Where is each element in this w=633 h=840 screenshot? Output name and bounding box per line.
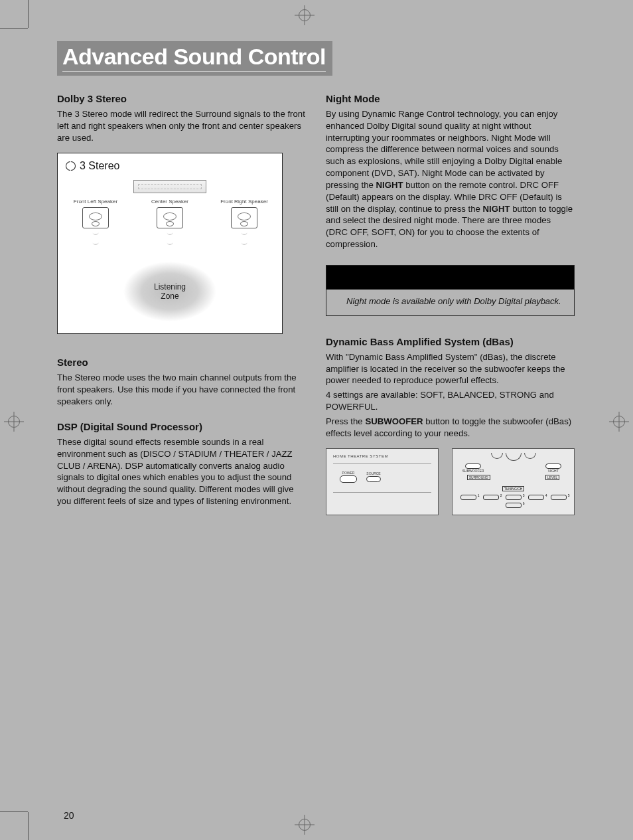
page-title-block: Advanced Sound Control (57, 41, 332, 76)
figure-title: 3 Stereo (80, 160, 119, 172)
note-box: Night mode is available only with Dolby … (326, 265, 575, 316)
subwoofer-label: SUBWOOFER (462, 469, 484, 473)
dolby3-figure: 3 Stereo Front Left Speaker ︶︶ Center Sp… (57, 153, 283, 334)
front-right-label: Front Right Speaker (214, 199, 274, 205)
remote-button-icon: 6 (506, 503, 522, 508)
night-body: By using Dynamic Range Control technolog… (326, 108, 575, 250)
source-button-icon: SOURCE (366, 471, 381, 482)
remote-button-icon: 2 (483, 495, 499, 500)
dolby3-body: The 3 Stereo mode will redirect the Surr… (57, 108, 306, 143)
speaker-icon (231, 207, 257, 228)
dsp-body: These digital sound effects resemble sou… (57, 436, 306, 507)
subwoofer-remote-icon (465, 463, 481, 469)
dial-icon (506, 453, 522, 461)
note-body: Night mode is available only with Dolby … (326, 290, 574, 315)
dial-icon (491, 453, 503, 459)
remote-button-icon: 5 (551, 495, 567, 500)
front-left-label: Front Left Speaker (66, 199, 125, 205)
stereo-body: The Stereo mode uses the two main channe… (57, 372, 306, 407)
night-bold-1: NIGHT (376, 180, 403, 190)
remote-button-icon: 3 (506, 495, 522, 500)
sound-waves-icon: ︶︶ (140, 230, 200, 250)
sound-waves-icon: ︶︶ (214, 230, 274, 250)
dolby3-heading: Dolby 3 Stereo (57, 93, 306, 104)
left-column: Dolby 3 Stereo The 3 Stereo mode will re… (57, 88, 306, 515)
subwoofer-bold: SUBWOOFER (365, 416, 423, 426)
night-label: NIGHT (548, 469, 559, 473)
stereo-heading: Stereo (57, 357, 306, 368)
dbas-p3: Press the SUBWOOFER button to toggle the… (326, 416, 575, 440)
receiver-icon (133, 180, 206, 193)
right-column: Night Mode By using Dynamic Range Contro… (326, 88, 575, 515)
dolby-icon (66, 161, 76, 171)
power-button-icon: POWER (340, 471, 357, 483)
surround-label: SURROUND (467, 475, 490, 480)
dbas-heading: Dynamic Bass Amplified System (dBas) (326, 336, 575, 347)
receiver-title: HOME THEATRE SYSTEM (333, 454, 431, 458)
dial-icon (524, 453, 536, 459)
receiver-diagram: HOME THEATRE SYSTEM POWER SOURCE (326, 448, 439, 515)
note-header (326, 266, 574, 290)
night-heading: Night Mode (326, 93, 575, 104)
speaker-icon (157, 207, 183, 228)
remote-diagram: SUBWOOFER NIGHT SURROUND LEVEL (452, 448, 575, 515)
speaker-icon (82, 207, 109, 228)
listening-zone: ListeningZone (123, 262, 216, 321)
level-label: LEVEL (545, 475, 560, 480)
page-title: Advanced Sound Control (62, 44, 326, 72)
dbas-p1: With "Dynamic Bass Amplified System" (dB… (326, 351, 575, 386)
tuning-label: TUNING/CH (502, 486, 525, 491)
center-label: Center Speaker (140, 199, 200, 205)
night-bold-2: NIGHT (483, 204, 510, 214)
dsp-heading: DSP (Digital Sound Processor) (57, 421, 306, 432)
remote-button-icon: 1 (460, 495, 476, 500)
page-number: 20 (64, 810, 74, 821)
page-content: Advanced Sound Control Dolby 3 Stereo Th… (57, 41, 575, 515)
sound-waves-icon: ︶︶ (66, 230, 125, 250)
dbas-p2: 4 settings are available: SOFT, BALANCED… (326, 389, 575, 413)
night-remote-icon (545, 463, 561, 469)
remote-button-icon: 4 (528, 495, 544, 500)
